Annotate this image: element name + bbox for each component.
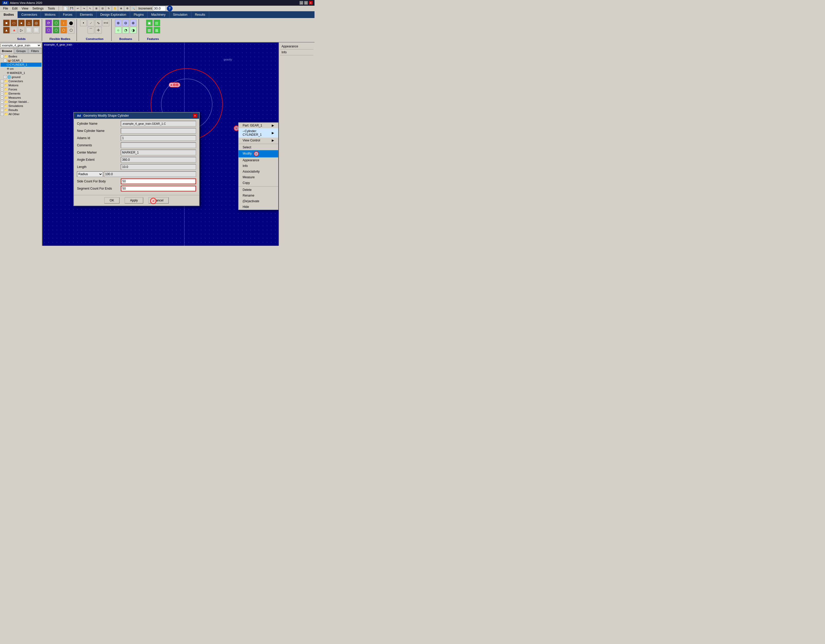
input-comments[interactable] [121, 142, 196, 148]
undo-button[interactable]: ↩ [75, 6, 80, 11]
redo-button[interactable]: ↪ [81, 6, 87, 11]
solid-plate-icon[interactable]: ⬜ [33, 27, 40, 34]
solid-revolve-icon[interactable]: 🔺 [11, 27, 17, 34]
tree-item-marker1[interactable]: ✛ MARKER_1 [0, 71, 42, 75]
solid-link-icon[interactable]: ⬜ [26, 27, 32, 34]
tab-plugins[interactable]: Plugins [130, 11, 148, 18]
save-button[interactable]: 💾 [69, 6, 74, 11]
viewport[interactable]: Adams example_4_gear_train gravity a 右击 … [43, 43, 278, 246]
rotate-button[interactable]: ↻ [106, 6, 111, 11]
tree-item-all-other[interactable]: + 📁 All Other [0, 112, 42, 116]
input-angle-extent[interactable] [121, 157, 196, 162]
const-line-icon[interactable]: ⟋ [88, 20, 94, 26]
bool-intersect-icon[interactable]: ⊗ [130, 20, 136, 26]
tab-browse[interactable]: Browse [0, 48, 14, 54]
ctx-deactivate[interactable]: (De)activate [238, 198, 278, 204]
tree-item-bodies[interactable]: − 📁 Bodies [0, 54, 42, 59]
input-radius[interactable] [104, 171, 196, 177]
right-panel-info[interactable]: Info [280, 49, 314, 56]
tree-toggle-motions[interactable]: + [0, 84, 4, 87]
tree-item-forces[interactable]: + 📁 Forces [0, 87, 42, 91]
ctx-info[interactable]: Info [238, 163, 278, 169]
apply-button[interactable]: Apply [125, 197, 143, 204]
tree-toggle-connectors[interactable]: + [0, 80, 4, 83]
tab-machinery[interactable]: Machinery [148, 11, 169, 18]
help-button[interactable]: ? [167, 6, 173, 11]
ctx-hide[interactable]: Hide [238, 204, 278, 210]
solid-extrude-icon[interactable]: ▲ [3, 27, 10, 34]
dialog-close-button[interactable]: ✕ [193, 114, 197, 118]
tab-simulation[interactable]: Simulation [170, 11, 192, 18]
ctx-view-control[interactable]: View Control ▶ [238, 137, 278, 143]
radius-type-dropdown[interactable]: Radius [77, 171, 103, 177]
tree-toggle-bodies[interactable]: − [0, 55, 4, 58]
tree-item-motions[interactable]: + 📁 Motions [0, 83, 42, 87]
tab-forces[interactable]: Forces [59, 11, 76, 18]
tab-bodies[interactable]: Bodies [0, 11, 18, 18]
tree-item-results[interactable]: + 📁 Results [0, 108, 42, 112]
bool-fillet-icon[interactable]: ◔ [122, 27, 129, 34]
ctx-cylinder-header[interactable]: --Cylinder: CYLINDER_1 ▶ [238, 128, 278, 137]
tree-toggle-gear1[interactable]: − [4, 59, 7, 62]
const-marker-icon[interactable]: ✛ [95, 27, 102, 34]
ctx-rename[interactable]: Rename [238, 193, 278, 198]
solid-box-icon[interactable]: ■ [3, 20, 10, 26]
bool-subtract-icon[interactable]: ⊖ [122, 20, 129, 26]
tree-item-measures[interactable]: + 📁 Measures [0, 96, 42, 100]
tree-item-elements[interactable]: + 📁 Elements [0, 91, 42, 96]
new-button[interactable]: 📄 [63, 6, 68, 11]
input-side-count[interactable] [121, 179, 196, 184]
menu-tools[interactable]: Tools [46, 6, 57, 11]
tree-item-simulations[interactable]: + 📁 Simulations [0, 104, 42, 108]
tab-elements[interactable]: Elements [76, 11, 97, 18]
minimize-button[interactable]: – [300, 1, 303, 5]
zoom-button[interactable]: ⊞ [94, 6, 99, 11]
bool-chamfer-icon[interactable]: ◑ [130, 27, 136, 34]
ctx-appearance[interactable]: Appearance [238, 158, 278, 163]
tree-item-ground[interactable]: + 🌐 ground [0, 75, 42, 79]
solid-torus-icon[interactable]: ◎ [33, 20, 40, 26]
tab-design-exploration[interactable]: Design Exploration [97, 11, 130, 18]
const-xyz-icon[interactable]: XYZ [102, 20, 109, 26]
right-panel-appearance[interactable]: Appearance [280, 43, 314, 49]
flex-icon3[interactable]: ↕ [60, 20, 67, 26]
increment-input[interactable] [153, 6, 166, 11]
tree-toggle-simulations[interactable]: + [0, 104, 4, 107]
flex-icon2[interactable]: ⬡ [53, 20, 60, 26]
pan-button[interactable]: ✋ [112, 6, 118, 11]
tree-item-cm[interactable]: ✛ cm [0, 67, 42, 71]
model-dropdown[interactable]: example_4_gear_train [1, 43, 41, 47]
flex-icon6[interactable]: ⬡ [53, 27, 60, 34]
tree-item-design-variables[interactable]: + 📁 Design Variabl... [0, 100, 42, 104]
feat-icon4[interactable]: ▦ [153, 27, 160, 34]
tree-toggle-elements[interactable]: + [0, 92, 4, 95]
flex-icon1[interactable]: ⟳ [45, 20, 52, 26]
solid-sweep-icon[interactable]: ▷ [18, 27, 25, 34]
tab-connectors[interactable]: Connectors [18, 11, 41, 18]
feat-icon2[interactable]: ▤ [153, 20, 160, 26]
ctx-select[interactable]: Select [238, 145, 278, 150]
tab-motions[interactable]: Motions [41, 11, 59, 18]
target-button[interactable]: ⊕ [118, 6, 124, 11]
solid-sphere-icon[interactable]: ● [18, 20, 25, 26]
tab-results[interactable]: Results [192, 11, 209, 18]
menu-file[interactable]: File [1, 6, 10, 11]
solid-cylinder-icon[interactable]: ⬭ [11, 20, 17, 26]
const-point-icon[interactable]: • [80, 20, 87, 26]
const-spline-icon[interactable]: ⌒ [88, 27, 94, 34]
ctx-copy[interactable]: Copy [238, 180, 278, 186]
ctx-associativity[interactable]: Associativity [238, 169, 278, 175]
menu-edit[interactable]: Edit [10, 6, 20, 11]
fit-button[interactable]: ⊟ [100, 6, 105, 11]
tree-item-cylinder1[interactable]: ⬭ CYLINDER_1 [0, 63, 42, 67]
ctx-measure[interactable]: Measure [238, 175, 278, 180]
tree-toggle-dv[interactable]: + [0, 100, 4, 103]
tab-filters[interactable]: Filters [28, 48, 42, 54]
flex-icon7[interactable]: ⬡ [60, 27, 67, 34]
ctx-part-header[interactable]: Part: GEAR_1 ▶ [238, 123, 278, 128]
tab-groups[interactable]: Groups [14, 48, 28, 54]
input-length[interactable] [121, 164, 196, 170]
ctx-modify[interactable]: Modify c [238, 150, 278, 158]
tree-item-connectors[interactable]: + 📁 Connectors [0, 79, 42, 83]
input-center-marker[interactable] [121, 150, 196, 155]
